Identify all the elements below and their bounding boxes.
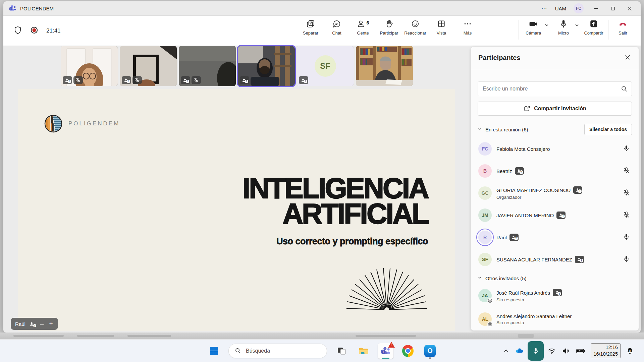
microphone-in-use-indicator[interactable] <box>528 341 544 361</box>
mic-off-icon <box>192 76 201 84</box>
outlook-button[interactable]: O <box>422 343 438 359</box>
participant-row[interactable]: JM JAVIER ANTON MERINO ! <box>471 204 639 226</box>
camera-dropdown-chevron-icon[interactable] <box>544 23 549 29</box>
close-window-button[interactable] <box>622 2 637 15</box>
participant-name: SUSANA AGUILAR FERNANDEZ <box>496 257 572 262</box>
video-tile-6[interactable] <box>356 46 413 86</box>
participant-row[interactable]: SF SUSANA AGUILAR FERNANDEZ ! <box>471 248 639 270</box>
raise-hand-button[interactable]: Participar <box>379 19 399 36</box>
mic-dropdown-chevron-icon[interactable] <box>575 23 579 29</box>
video-tile-1[interactable]: ! <box>61 46 118 86</box>
mic-button[interactable]: Micro <box>553 19 574 36</box>
presenter-zoom-pill: Raúl ? – + <box>11 318 58 330</box>
react-button[interactable]: Reaccionar <box>405 19 426 36</box>
in-meeting-section-header: En esta reunión (6) Silenciar a todos <box>478 124 632 135</box>
taskbar-search[interactable] <box>228 344 327 358</box>
window-titlebar: T POLIGENDEM … UAM FC <box>3 1 641 15</box>
mic-on-icon <box>623 255 630 262</box>
participant-mic[interactable] <box>623 167 633 175</box>
wifi-icon[interactable] <box>546 345 558 357</box>
notification-bell-dnd-icon[interactable]: z <box>624 345 636 357</box>
participant-row[interactable]: B Beatriz ? <box>471 160 639 182</box>
volume-icon[interactable] <box>560 345 572 357</box>
video-tile-2[interactable]: ! <box>120 46 177 86</box>
mic-on-icon <box>623 145 630 152</box>
participant-avatar: SF <box>478 253 492 266</box>
file-explorer-button[interactable] <box>356 343 371 359</box>
share-screen-button[interactable]: Compartir <box>583 19 604 36</box>
battery-icon[interactable] <box>574 345 587 357</box>
tray-hidden-icons-chevron[interactable] <box>501 346 511 356</box>
slide-brand-name: POLIGENDEM <box>68 120 120 127</box>
share-icon <box>523 105 531 112</box>
video-tile-5[interactable]: SF ! <box>297 46 354 86</box>
onedrive-icon[interactable] <box>513 345 526 357</box>
participant-name: JAVIER ANTON MERINO <box>496 213 554 218</box>
tenant-name: UAM <box>555 6 566 11</box>
participant-mic[interactable] <box>623 189 633 197</box>
people-button[interactable]: 6 Gente <box>353 19 373 36</box>
titlebar-more-button[interactable]: … <box>537 4 551 13</box>
more-options-button[interactable]: Más <box>457 19 478 36</box>
minimize-button[interactable] <box>588 2 604 15</box>
participant-mic[interactable] <box>623 233 633 242</box>
participant-row[interactable]: FC Fabiola Mota Consejero <box>471 138 639 160</box>
invitee-row[interactable]: JA José Raúl Rojas Andrés ! Sin respuest… <box>471 284 639 307</box>
invitee-row[interactable]: AL Andres Alejandro Santana Leitner Sin … <box>471 307 639 330</box>
mute-all-button[interactable]: Silenciar a todos <box>584 124 632 135</box>
video-tiles-row: ! ! <box>18 46 455 86</box>
participant-mic[interactable] <box>623 211 633 220</box>
active-app-indicator <box>382 358 389 359</box>
start-button[interactable] <box>206 343 222 359</box>
mic-off-icon <box>132 76 142 84</box>
external-identity-badge-icon: ! <box>63 76 72 84</box>
task-view-button[interactable] <box>334 343 349 359</box>
chevron-down-icon[interactable] <box>478 275 482 281</box>
titlebar-right: … UAM FC <box>537 2 637 15</box>
video-tile-3[interactable]: ! <box>179 46 236 86</box>
teams-app-button[interactable]: T <box>378 343 393 359</box>
section-label[interactable]: En esta reunión (6) <box>485 127 528 132</box>
participant-role: Organizador <box>496 195 582 200</box>
share-invite-button[interactable]: Compartir invitación <box>478 102 632 116</box>
popout-button[interactable]: Separar <box>300 19 321 36</box>
other-invitees-section-header: Otros invitados (5) <box>478 275 632 281</box>
chevron-down-icon[interactable] <box>478 126 482 132</box>
security-shield-icon[interactable] <box>13 26 22 36</box>
participant-row[interactable]: R Raúl ? <box>471 226 639 248</box>
participant-mic[interactable] <box>623 255 633 264</box>
external-identity-badge-icon: ? <box>515 167 524 175</box>
tile-status-badges: ! <box>299 76 308 84</box>
invitee-status: Sin respuesta <box>496 297 562 302</box>
maximize-button[interactable] <box>605 2 621 15</box>
participant-row[interactable]: GC GLORIA MARTINEZ COUSINOU ! Organizado… <box>471 182 639 204</box>
svg-text:T: T <box>382 350 384 353</box>
leave-button[interactable]: Salir <box>612 19 633 36</box>
view-button[interactable]: Vista <box>431 19 452 36</box>
external-identity-badge-icon: ! <box>573 186 582 194</box>
taskbar-search-input[interactable] <box>245 348 312 354</box>
divider <box>519 20 519 40</box>
search-icon <box>621 85 628 94</box>
chat-button[interactable]: Chat <box>326 19 347 36</box>
windows-taskbar: T O <box>0 339 644 362</box>
no-response-status-icon <box>487 321 493 327</box>
participant-search-input[interactable] <box>478 81 632 96</box>
video-tile-4-active-speaker[interactable]: ? <box>238 46 295 86</box>
camera-button[interactable]: Cámara <box>523 19 544 36</box>
participant-mic[interactable] <box>623 145 633 153</box>
chrome-button[interactable] <box>400 343 416 359</box>
section-label[interactable]: Otros invitados (5) <box>485 276 527 281</box>
slide-subtitle: Uso correcto y prompting específico <box>240 236 428 247</box>
close-panel-button[interactable] <box>623 52 633 63</box>
taskbar-clock[interactable]: 12:16 16/10/2025 <box>591 343 621 358</box>
speaking-ring <box>476 229 494 246</box>
participant-name: Raúl <box>496 235 507 240</box>
participant-avatar: B <box>478 164 492 178</box>
account-avatar[interactable]: FC <box>574 3 584 13</box>
external-identity-badge-icon: ! <box>575 256 584 263</box>
zoom-out-button[interactable]: – <box>40 320 45 327</box>
participants-list: FC Fabiola Mota Consejero B Beatriz ? <box>471 138 639 270</box>
zoom-in-button[interactable]: + <box>48 320 53 327</box>
panel-title: Participantes <box>478 54 521 62</box>
